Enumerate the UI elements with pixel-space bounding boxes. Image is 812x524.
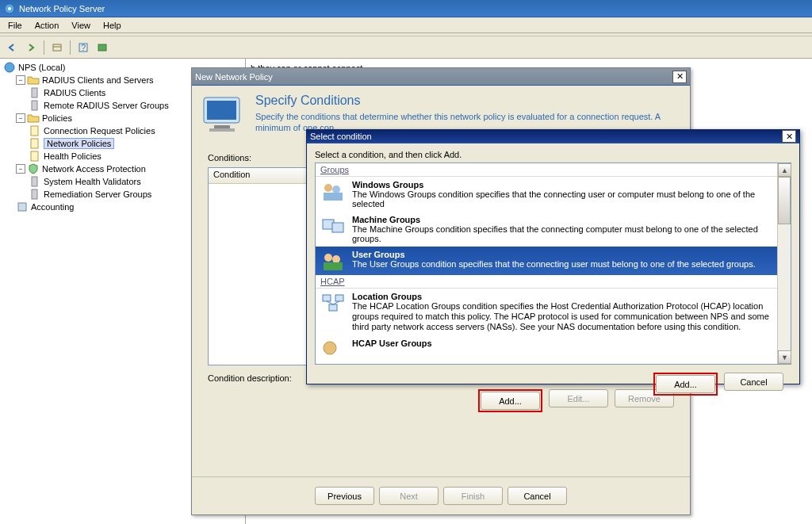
tree-rsg[interactable]: Remediation Server Groups <box>44 189 151 199</box>
condition-user-groups[interactable]: User GroupsThe User Groups condition spe… <box>316 247 777 275</box>
folder-icon <box>27 112 40 124</box>
expand-radius[interactable]: − <box>16 75 25 85</box>
tree-nap[interactable]: Network Access Protection <box>42 164 146 174</box>
policy-icon <box>29 124 41 137</box>
main-title: Network Policy Server <box>19 4 105 13</box>
expand-policies[interactable]: − <box>16 113 25 123</box>
app-icon <box>3 2 16 15</box>
svg-line-32 <box>333 301 339 304</box>
dialog-instruction: Select a condition, and then click Add. <box>315 150 791 159</box>
shield-icon <box>27 163 40 175</box>
dialog-cancel-button[interactable]: Cancel <box>724 373 783 391</box>
previous-button[interactable]: Previous <box>315 487 374 505</box>
svg-point-33 <box>324 342 336 354</box>
close-icon[interactable]: ✕ <box>782 130 796 143</box>
server-icon <box>29 188 41 201</box>
group-label-hcap: HCAP <box>316 275 777 289</box>
svg-rect-27 <box>324 262 343 270</box>
svg-rect-8 <box>32 88 37 98</box>
back-button[interactable] <box>3 39 21 56</box>
tree-policies[interactable]: Policies <box>42 113 72 123</box>
users-icon <box>320 338 346 361</box>
svg-rect-22 <box>324 193 343 201</box>
main-titlebar[interactable]: Network Policy Server <box>0 0 812 17</box>
dialog-add-button[interactable]: Add... <box>656 375 715 393</box>
toolbar-icon-3[interactable] <box>94 39 111 56</box>
svg-rect-17 <box>207 101 236 120</box>
svg-rect-29 <box>335 295 343 301</box>
condition-machine-groups[interactable]: Machine GroupsThe Machine Groups conditi… <box>316 212 777 247</box>
condition-location-groups[interactable]: Location GroupsThe HCAP Location Groups … <box>316 289 777 335</box>
tree-crp[interactable]: Connection Request Policies <box>44 126 155 136</box>
tree-remote-groups[interactable]: Remote RADIUS Server Groups <box>44 101 169 110</box>
svg-rect-14 <box>32 189 37 199</box>
svg-rect-24 <box>332 223 343 232</box>
accounting-icon <box>16 201 29 213</box>
svg-point-21 <box>332 186 340 193</box>
svg-rect-28 <box>323 295 331 301</box>
svg-rect-18 <box>214 125 230 128</box>
svg-rect-10 <box>31 126 38 136</box>
people-icon <box>320 180 346 202</box>
scrollbar[interactable]: ▲ ▼ <box>777 163 791 364</box>
svg-point-1 <box>8 7 11 10</box>
cancel-button[interactable]: Cancel <box>508 487 567 505</box>
server-icon <box>29 175 41 188</box>
wizard-title: New Network Policy <box>195 72 273 82</box>
policy-icon <box>29 137 41 150</box>
svg-rect-11 <box>31 139 38 148</box>
toolbar: ? <box>0 36 812 59</box>
policy-icon <box>29 150 41 163</box>
scroll-down-button[interactable]: ▼ <box>778 350 791 364</box>
menu-help[interactable]: Help <box>97 19 128 32</box>
menu-action[interactable]: Action <box>29 19 66 32</box>
folder-icon <box>27 74 40 86</box>
svg-text:?: ? <box>81 43 86 52</box>
monitor-icon <box>200 94 247 137</box>
menu-file[interactable]: File <box>2 19 29 32</box>
server-icon <box>29 99 41 112</box>
svg-rect-2 <box>53 44 61 51</box>
wizard-heading: Specify Conditions <box>255 94 682 108</box>
tree-root[interactable]: NPS (Local) <box>18 63 65 72</box>
svg-rect-15 <box>18 203 26 211</box>
dialog-title: Select condition <box>310 132 372 141</box>
menubar: File Action View Help <box>0 17 812 33</box>
svg-point-25 <box>324 254 332 262</box>
svg-rect-19 <box>209 128 235 132</box>
tree-hp[interactable]: Health Policies <box>44 151 102 161</box>
dialog-titlebar[interactable]: Select condition ✕ <box>307 130 799 143</box>
wizard-titlebar[interactable]: New Network Policy ✕ <box>192 68 690 86</box>
tree-network-policies[interactable]: Network Policies <box>44 138 114 149</box>
computers-icon <box>320 215 346 237</box>
menu-view[interactable]: View <box>65 19 97 32</box>
users-icon <box>320 250 346 272</box>
scroll-up-button[interactable]: ▲ <box>778 163 791 177</box>
toolbar-icon-1[interactable] <box>48 39 66 56</box>
tree-radius[interactable]: RADIUS Clients and Servers <box>42 75 154 85</box>
group-label-groups: Groups <box>316 163 777 177</box>
condition-list[interactable]: Groups Windows GroupsThe Windows Groups … <box>315 163 791 365</box>
tree-radius-clients[interactable]: RADIUS Clients <box>44 88 105 98</box>
expand-nap[interactable]: − <box>16 164 25 174</box>
finish-button: Finish <box>443 487 503 505</box>
tree-accounting[interactable]: Accounting <box>31 202 74 212</box>
select-condition-dialog: Select condition ✕ Select a condition, a… <box>306 129 800 384</box>
refresh-button[interactable]: ? <box>75 39 92 56</box>
scroll-thumb[interactable] <box>778 177 791 224</box>
svg-rect-6 <box>98 44 106 51</box>
network-icon <box>320 292 346 314</box>
svg-rect-9 <box>32 101 37 110</box>
next-button: Next <box>379 487 439 505</box>
svg-rect-30 <box>329 304 337 311</box>
condition-hcap-user-groups[interactable]: HCAP User Groups <box>316 335 777 364</box>
svg-point-20 <box>324 184 332 192</box>
close-icon[interactable]: ✕ <box>672 71 687 83</box>
condition-windows-groups[interactable]: Windows GroupsThe Windows Groups conditi… <box>316 177 777 212</box>
server-icon <box>29 86 41 99</box>
nps-icon <box>3 61 16 74</box>
svg-line-31 <box>327 301 333 304</box>
svg-rect-12 <box>31 151 38 161</box>
forward-button[interactable] <box>22 39 40 56</box>
tree-shv[interactable]: System Health Validators <box>44 177 141 186</box>
